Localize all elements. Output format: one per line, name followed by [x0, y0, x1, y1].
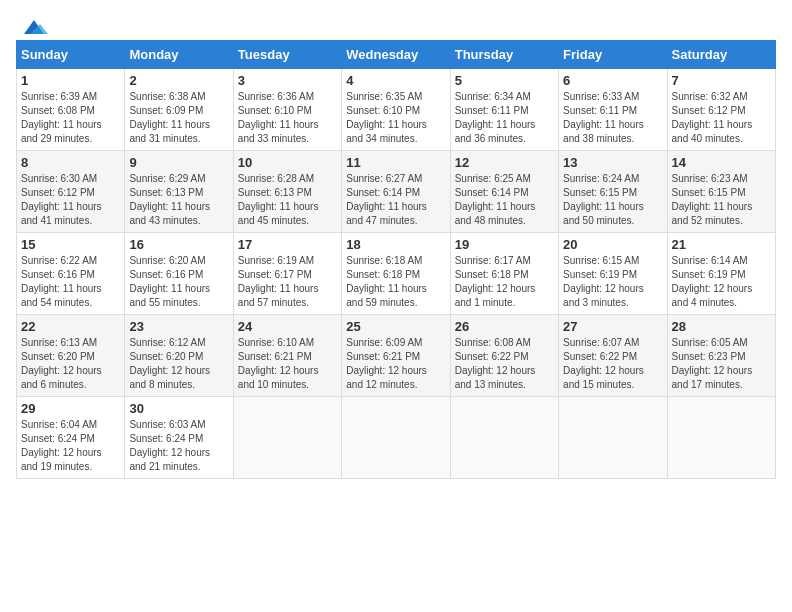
day-info: Sunrise: 6:19 AM Sunset: 6:17 PM Dayligh…	[238, 254, 337, 310]
calendar-cell: 20Sunrise: 6:15 AM Sunset: 6:19 PM Dayli…	[559, 233, 667, 315]
calendar-cell: 11Sunrise: 6:27 AM Sunset: 6:14 PM Dayli…	[342, 151, 450, 233]
calendar-cell	[667, 397, 775, 479]
calendar-cell: 16Sunrise: 6:20 AM Sunset: 6:16 PM Dayli…	[125, 233, 233, 315]
day-info: Sunrise: 6:30 AM Sunset: 6:12 PM Dayligh…	[21, 172, 120, 228]
day-info: Sunrise: 6:33 AM Sunset: 6:11 PM Dayligh…	[563, 90, 662, 146]
day-number: 1	[21, 73, 120, 88]
calendar-table: SundayMondayTuesdayWednesdayThursdayFrid…	[16, 40, 776, 479]
calendar-week-5: 29Sunrise: 6:04 AM Sunset: 6:24 PM Dayli…	[17, 397, 776, 479]
day-number: 6	[563, 73, 662, 88]
calendar-cell: 15Sunrise: 6:22 AM Sunset: 6:16 PM Dayli…	[17, 233, 125, 315]
day-info: Sunrise: 6:34 AM Sunset: 6:11 PM Dayligh…	[455, 90, 554, 146]
day-info: Sunrise: 6:04 AM Sunset: 6:24 PM Dayligh…	[21, 418, 120, 474]
day-number: 23	[129, 319, 228, 334]
day-info: Sunrise: 6:08 AM Sunset: 6:22 PM Dayligh…	[455, 336, 554, 392]
day-info: Sunrise: 6:17 AM Sunset: 6:18 PM Dayligh…	[455, 254, 554, 310]
day-info: Sunrise: 6:39 AM Sunset: 6:08 PM Dayligh…	[21, 90, 120, 146]
calendar-cell: 12Sunrise: 6:25 AM Sunset: 6:14 PM Dayli…	[450, 151, 558, 233]
calendar-week-1: 1Sunrise: 6:39 AM Sunset: 6:08 PM Daylig…	[17, 69, 776, 151]
day-number: 5	[455, 73, 554, 88]
calendar-cell: 6Sunrise: 6:33 AM Sunset: 6:11 PM Daylig…	[559, 69, 667, 151]
day-info: Sunrise: 6:24 AM Sunset: 6:15 PM Dayligh…	[563, 172, 662, 228]
day-number: 30	[129, 401, 228, 416]
day-info: Sunrise: 6:25 AM Sunset: 6:14 PM Dayligh…	[455, 172, 554, 228]
calendar-cell: 4Sunrise: 6:35 AM Sunset: 6:10 PM Daylig…	[342, 69, 450, 151]
calendar-cell: 30Sunrise: 6:03 AM Sunset: 6:24 PM Dayli…	[125, 397, 233, 479]
calendar-cell: 14Sunrise: 6:23 AM Sunset: 6:15 PM Dayli…	[667, 151, 775, 233]
calendar-cell: 3Sunrise: 6:36 AM Sunset: 6:10 PM Daylig…	[233, 69, 341, 151]
day-number: 22	[21, 319, 120, 334]
day-number: 9	[129, 155, 228, 170]
calendar-cell	[559, 397, 667, 479]
day-info: Sunrise: 6:03 AM Sunset: 6:24 PM Dayligh…	[129, 418, 228, 474]
day-number: 26	[455, 319, 554, 334]
calendar-week-2: 8Sunrise: 6:30 AM Sunset: 6:12 PM Daylig…	[17, 151, 776, 233]
col-header-tuesday: Tuesday	[233, 41, 341, 69]
day-number: 12	[455, 155, 554, 170]
calendar-week-3: 15Sunrise: 6:22 AM Sunset: 6:16 PM Dayli…	[17, 233, 776, 315]
calendar-cell: 29Sunrise: 6:04 AM Sunset: 6:24 PM Dayli…	[17, 397, 125, 479]
logo-icon	[20, 16, 48, 38]
day-info: Sunrise: 6:05 AM Sunset: 6:23 PM Dayligh…	[672, 336, 771, 392]
day-number: 18	[346, 237, 445, 252]
day-number: 8	[21, 155, 120, 170]
day-info: Sunrise: 6:13 AM Sunset: 6:20 PM Dayligh…	[21, 336, 120, 392]
calendar-cell	[233, 397, 341, 479]
calendar-cell: 28Sunrise: 6:05 AM Sunset: 6:23 PM Dayli…	[667, 315, 775, 397]
day-number: 4	[346, 73, 445, 88]
calendar-week-4: 22Sunrise: 6:13 AM Sunset: 6:20 PM Dayli…	[17, 315, 776, 397]
calendar-cell: 1Sunrise: 6:39 AM Sunset: 6:08 PM Daylig…	[17, 69, 125, 151]
calendar-cell: 18Sunrise: 6:18 AM Sunset: 6:18 PM Dayli…	[342, 233, 450, 315]
day-info: Sunrise: 6:38 AM Sunset: 6:09 PM Dayligh…	[129, 90, 228, 146]
calendar-cell: 8Sunrise: 6:30 AM Sunset: 6:12 PM Daylig…	[17, 151, 125, 233]
col-header-friday: Friday	[559, 41, 667, 69]
day-number: 27	[563, 319, 662, 334]
col-header-saturday: Saturday	[667, 41, 775, 69]
day-number: 24	[238, 319, 337, 334]
header-row: SundayMondayTuesdayWednesdayThursdayFrid…	[17, 41, 776, 69]
calendar-cell: 7Sunrise: 6:32 AM Sunset: 6:12 PM Daylig…	[667, 69, 775, 151]
day-number: 25	[346, 319, 445, 334]
day-number: 28	[672, 319, 771, 334]
day-info: Sunrise: 6:14 AM Sunset: 6:19 PM Dayligh…	[672, 254, 771, 310]
day-info: Sunrise: 6:20 AM Sunset: 6:16 PM Dayligh…	[129, 254, 228, 310]
day-number: 15	[21, 237, 120, 252]
day-info: Sunrise: 6:23 AM Sunset: 6:15 PM Dayligh…	[672, 172, 771, 228]
day-number: 10	[238, 155, 337, 170]
calendar-cell: 19Sunrise: 6:17 AM Sunset: 6:18 PM Dayli…	[450, 233, 558, 315]
calendar-cell: 21Sunrise: 6:14 AM Sunset: 6:19 PM Dayli…	[667, 233, 775, 315]
col-header-thursday: Thursday	[450, 41, 558, 69]
calendar-cell: 26Sunrise: 6:08 AM Sunset: 6:22 PM Dayli…	[450, 315, 558, 397]
calendar-cell: 2Sunrise: 6:38 AM Sunset: 6:09 PM Daylig…	[125, 69, 233, 151]
calendar-cell	[342, 397, 450, 479]
day-info: Sunrise: 6:29 AM Sunset: 6:13 PM Dayligh…	[129, 172, 228, 228]
day-info: Sunrise: 6:35 AM Sunset: 6:10 PM Dayligh…	[346, 90, 445, 146]
calendar-cell: 24Sunrise: 6:10 AM Sunset: 6:21 PM Dayli…	[233, 315, 341, 397]
day-number: 17	[238, 237, 337, 252]
page-header	[16, 16, 776, 32]
day-info: Sunrise: 6:09 AM Sunset: 6:21 PM Dayligh…	[346, 336, 445, 392]
calendar-cell: 9Sunrise: 6:29 AM Sunset: 6:13 PM Daylig…	[125, 151, 233, 233]
day-info: Sunrise: 6:15 AM Sunset: 6:19 PM Dayligh…	[563, 254, 662, 310]
day-info: Sunrise: 6:32 AM Sunset: 6:12 PM Dayligh…	[672, 90, 771, 146]
day-info: Sunrise: 6:28 AM Sunset: 6:13 PM Dayligh…	[238, 172, 337, 228]
day-number: 7	[672, 73, 771, 88]
calendar-cell: 27Sunrise: 6:07 AM Sunset: 6:22 PM Dayli…	[559, 315, 667, 397]
calendar-cell: 10Sunrise: 6:28 AM Sunset: 6:13 PM Dayli…	[233, 151, 341, 233]
day-number: 2	[129, 73, 228, 88]
calendar-cell: 23Sunrise: 6:12 AM Sunset: 6:20 PM Dayli…	[125, 315, 233, 397]
day-info: Sunrise: 6:18 AM Sunset: 6:18 PM Dayligh…	[346, 254, 445, 310]
day-info: Sunrise: 6:22 AM Sunset: 6:16 PM Dayligh…	[21, 254, 120, 310]
day-info: Sunrise: 6:07 AM Sunset: 6:22 PM Dayligh…	[563, 336, 662, 392]
day-number: 13	[563, 155, 662, 170]
calendar-cell	[450, 397, 558, 479]
day-number: 16	[129, 237, 228, 252]
day-info: Sunrise: 6:36 AM Sunset: 6:10 PM Dayligh…	[238, 90, 337, 146]
day-number: 20	[563, 237, 662, 252]
logo	[16, 16, 48, 32]
col-header-sunday: Sunday	[17, 41, 125, 69]
calendar-cell: 17Sunrise: 6:19 AM Sunset: 6:17 PM Dayli…	[233, 233, 341, 315]
day-number: 3	[238, 73, 337, 88]
calendar-cell: 5Sunrise: 6:34 AM Sunset: 6:11 PM Daylig…	[450, 69, 558, 151]
calendar-cell: 22Sunrise: 6:13 AM Sunset: 6:20 PM Dayli…	[17, 315, 125, 397]
